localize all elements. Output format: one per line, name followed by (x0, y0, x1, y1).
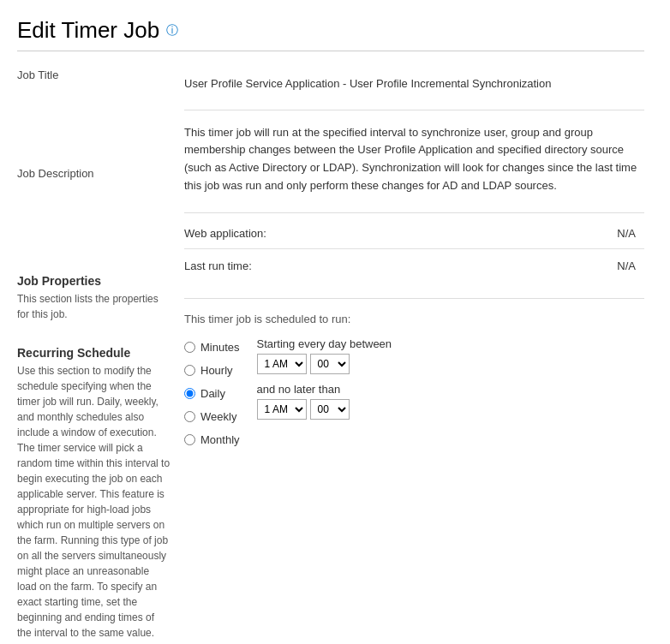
start-hour-select[interactable]: 12 AM 1 AM 2 AM 3 AM 4 AM 5 AM 6 AM (257, 354, 307, 374)
page-title: Edit Timer Job ⓘ (17, 17, 644, 51)
web-app-label: Web application: (184, 227, 617, 240)
job-description-value: This timer job will run at the specified… (184, 124, 644, 195)
title-text: Edit Timer Job (17, 17, 159, 44)
end-min-select[interactable]: 00 05 10 15 30 45 (310, 399, 350, 420)
last-run-label: Last run time: (184, 259, 617, 272)
start-min-select[interactable]: 00 05 10 15 30 45 (310, 354, 350, 374)
time-settings: Starting every day between 12 AM 1 AM 2 … (257, 337, 392, 446)
job-properties-desc: This section lists the properties for th… (17, 291, 171, 322)
last-run-value: N/A (617, 259, 644, 272)
minutes-label: Minutes (200, 341, 240, 354)
end-hour-select[interactable]: 12 AM 1 AM 2 AM 3 AM 4 AM 5 AM 6 AM (257, 399, 307, 420)
recurring-schedule-desc: Use this section to modify the schedule … (17, 363, 171, 641)
radio-daily[interactable]: Daily (184, 387, 240, 400)
job-properties-title: Job Properties (17, 274, 171, 288)
weekly-label: Weekly (200, 410, 236, 423)
radio-weekly[interactable]: Weekly (184, 410, 240, 423)
radio-monthly[interactable]: Monthly (184, 433, 240, 446)
radio-minutes[interactable]: Minutes (184, 341, 240, 354)
job-title-label: Job Title (17, 69, 171, 81)
starting-label: Starting every day between (257, 337, 392, 350)
and-no-later-label: and no later than (257, 383, 392, 396)
radio-hourly[interactable]: Hourly (184, 364, 240, 377)
job-title-value: User Profile Service Application - User … (184, 72, 644, 92)
web-app-value: N/A (617, 227, 644, 240)
monthly-label: Monthly (200, 433, 240, 446)
schedule-run-label: This timer job is scheduled to run: (184, 313, 644, 325)
recurring-schedule-title: Recurring Schedule (17, 346, 171, 360)
info-icon[interactable]: ⓘ (166, 23, 178, 39)
daily-label: Daily (200, 387, 225, 400)
schedule-radio-group: Minutes Hourly Daily Weekly (184, 337, 240, 446)
job-description-label: Job Description (17, 167, 171, 180)
hourly-label: Hourly (200, 364, 233, 377)
